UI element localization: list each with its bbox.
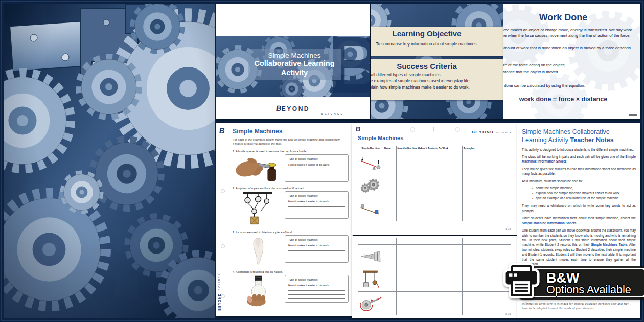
work-done-bullet: the size of the force acting on the obje…	[503, 62, 640, 68]
task-caption: 4. A lightbulb is fastened into its hold…	[233, 270, 349, 273]
column-header: How the Machine Makes It Easier to Do Wo…	[396, 146, 462, 152]
task-caption: 1. A bottle opener is used to remove the…	[233, 150, 349, 153]
table-header-row: Simple Machine Name How the Machine Make…	[358, 146, 511, 152]
empty-cell	[383, 245, 396, 268]
empty-cell	[383, 292, 396, 315]
answer-line	[319, 238, 345, 241]
answer-box: Type of simple machine: How it makes it …	[285, 191, 349, 219]
teacher-notes-paragraph: They may need a whiteboard on which to w…	[522, 203, 636, 213]
hole-punch-mark	[410, 127, 415, 132]
beyond-spine-logo: BEYOND SCIENCE	[218, 273, 221, 311]
learning-objective-box: Learning Objective To summarise key info…	[371, 27, 503, 56]
answer-line	[288, 247, 345, 251]
answer-box: Type of simple machine: How it makes it …	[285, 235, 349, 263]
incisor-tooth-image	[233, 235, 284, 267]
task-caption: 3. Incisors are used to bite into a piec…	[233, 231, 349, 234]
small-watermark	[629, 114, 637, 116]
lever-image	[358, 152, 383, 175]
pulley-system-image	[233, 191, 284, 227]
printer-icon	[502, 263, 540, 300]
answer-line	[319, 157, 345, 160]
resource-title-line1: Simple Machines	[248, 52, 341, 59]
work-done-equation: work done = force × distance	[503, 96, 640, 103]
empty-cell	[383, 175, 396, 198]
answer-line	[319, 278, 345, 281]
worksheet-task-3: 3. Incisors are used to bite into a piec…	[233, 231, 349, 267]
answer-line	[288, 251, 345, 255]
page-number: 1 of 2	[505, 228, 511, 231]
title-banner: Simple Machines Collaborative Learning A…	[248, 49, 341, 80]
table-row	[358, 152, 511, 175]
worksheet-title: Simple Machines	[233, 128, 349, 135]
empty-cell	[396, 268, 462, 291]
resource-preview: B Simple Machines Collaborative Learning…	[0, 0, 644, 322]
table-worksheet-title: Simple Machines	[358, 135, 403, 141]
bottle-opener-image	[233, 154, 284, 183]
beyond-logo-b: B	[275, 104, 282, 112]
answer-line	[288, 255, 345, 259]
work-done-paragraph: Work done can be calculated by using the…	[503, 83, 640, 88]
bw-options-badge: B&W Options Available	[502, 262, 644, 301]
table-row	[358, 175, 511, 198]
teacher-notes-title: Simple Machines Collaborative Learning A…	[522, 128, 636, 145]
slide-title-page: B Simple Machines Collaborative Learning…	[216, 4, 370, 119]
column-header: Simple Machine	[358, 146, 383, 152]
badge-subtitle: Options Available	[546, 284, 631, 296]
table-worksheet-page2: 2 of 2	[352, 236, 517, 318]
spine-divider	[228, 123, 228, 316]
resource-title-line2: Collaborative Learning Activity	[248, 59, 341, 77]
simple-machines-table: Simple Machine Name How the Machine Make…	[358, 146, 511, 221]
empty-cell	[396, 245, 462, 268]
success-criteria-item: To give examples of simple machines used…	[371, 78, 503, 83]
answer-line	[288, 203, 345, 207]
learning-objective-text: To summarise key information about simpl…	[371, 41, 503, 47]
worksheet-simple-machines: B BEYOND SCIENCE Simple Machines For eac…	[216, 123, 353, 316]
empty-cell	[396, 292, 462, 315]
bullet-item: give an example of a real-world use of t…	[532, 196, 636, 201]
success-criteria-box: Success Criteria To recall different typ…	[371, 59, 503, 100]
work-done-paragraph: If a force makes an object or charge mov…	[503, 27, 640, 38]
beyond-b-icon: B	[355, 125, 361, 133]
worksheet-task-1: 1. A bottle opener is used to remove the…	[233, 150, 349, 183]
empty-cell	[462, 175, 511, 198]
wheel-and-axle-image	[358, 292, 383, 315]
work-done-paragraph: The amount of work that is done when an …	[503, 45, 640, 56]
answer-box: Type of simple machine: How it makes it …	[285, 154, 349, 182]
answer-line	[319, 194, 345, 197]
answer-line	[288, 291, 345, 295]
column-header: Examples	[462, 146, 511, 152]
table-row	[358, 291, 511, 315]
answer-line	[288, 207, 345, 211]
bullet-item: name the simple machine,	[532, 186, 636, 191]
guidance-disclaimer: Information given here is intended for g…	[522, 302, 636, 311]
teacher-notes-paragraph: As a minimum, students should be able to…	[522, 179, 636, 183]
answer-line	[288, 174, 345, 178]
page-number: 2 of 2	[505, 313, 511, 315]
table-row-partial	[358, 238, 511, 244]
task-caption: 2. A system of ropes and four discs is u…	[233, 187, 349, 190]
lightbulb-image	[233, 275, 284, 307]
empty-cell	[462, 198, 511, 221]
machinery-photo	[4, 4, 215, 318]
empty-cell	[383, 198, 396, 221]
work-done-bullet: the distance that the object is moved.	[503, 69, 640, 75]
worksheet-task-4: 4. A lightbulb is fastened into its hold…	[233, 270, 349, 307]
answer-line	[288, 211, 345, 215]
teacher-notes-paragraph: One student from each pair will move clo…	[522, 228, 636, 267]
column-header: Name	[383, 146, 396, 152]
beyond-b-icon: B	[219, 126, 225, 135]
success-criteria-item: To recall different types of simple mach…	[371, 72, 503, 77]
work-done-heading: Work Done	[503, 12, 640, 23]
slide-work-done: Work Done If a force makes an object or …	[503, 4, 640, 119]
gears-image	[358, 175, 383, 198]
teacher-notes-paragraph: They will be given five minutes to read …	[522, 167, 636, 176]
teacher-notes-paragraph: Once students have memorised facts about…	[522, 216, 636, 225]
table-row	[358, 198, 511, 221]
empty-cell	[396, 175, 462, 198]
hole-punch-mark	[455, 127, 460, 132]
simple-machines-table-continued	[358, 238, 511, 315]
slide-learning-objective: Learning Objective To summarise key info…	[371, 4, 503, 119]
table-row	[358, 244, 511, 268]
worksheet-intro: For each of the examples below, name the…	[233, 137, 340, 146]
bullet-item: explain how the simple machine makes it …	[532, 191, 636, 196]
